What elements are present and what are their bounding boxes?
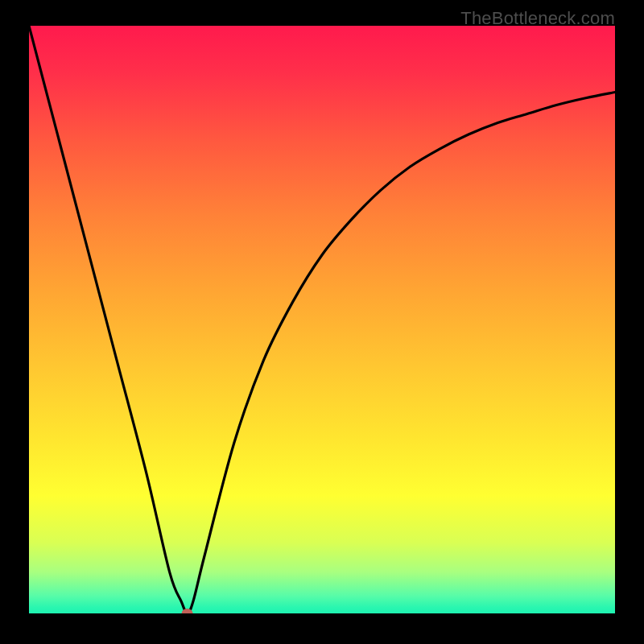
plot-area (29, 26, 615, 613)
curve-svg (29, 26, 615, 613)
bottleneck-curve (29, 26, 615, 613)
chart-container: TheBottleneck.com (0, 0, 644, 644)
